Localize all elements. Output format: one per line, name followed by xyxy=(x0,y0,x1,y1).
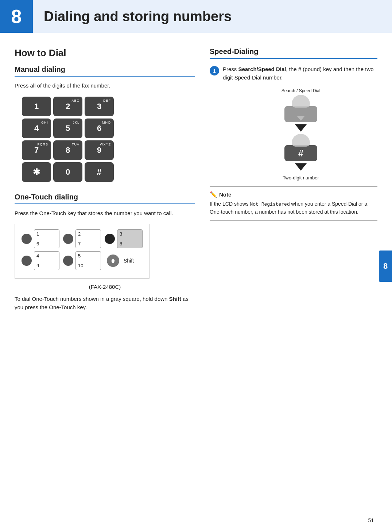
chapter-title: Dialing and storing numbers xyxy=(44,9,232,24)
note-box: ✏️ Note If the LCD shows Not Registered … xyxy=(210,186,377,221)
arrow-down-2 xyxy=(295,163,307,171)
one-touch-footer: To dial One-Touch numbers shown in a gra… xyxy=(15,295,195,311)
one-touch-key-3-8[interactable]: 3 8 xyxy=(117,229,143,248)
right-column: Speed-Dialing 1 Press Search/Speed Dial,… xyxy=(210,47,377,318)
key-5[interactable]: 5 JKL xyxy=(53,119,82,138)
search-speed-label: Search / Speed Dial xyxy=(282,88,321,93)
one-touch-key-2-7[interactable]: 2 7 xyxy=(75,229,101,248)
one-touch-key-4-9[interactable]: 4 9 xyxy=(34,251,59,270)
step-number-1: 1 xyxy=(210,66,219,75)
one-touch-btn-5[interactable] xyxy=(63,256,73,266)
hash-key: # xyxy=(284,145,317,161)
one-touch-dialing-section: One-Touch dialing Press the One-Touch ke… xyxy=(15,193,195,312)
chapter-title-area: Dialing and storing numbers xyxy=(33,0,392,33)
shift-icon xyxy=(110,258,116,264)
one-touch-key-5-10[interactable]: 5 10 xyxy=(75,251,101,270)
hash-symbol: # xyxy=(298,148,303,159)
step-1-text: Press Search/Speed Dial, the # (pound) k… xyxy=(223,65,377,82)
page-header: 8 Dialing and storing numbers xyxy=(0,0,392,33)
manual-dialing-body: Press all of the digits of the fax numbe… xyxy=(15,82,195,90)
note-title: Note xyxy=(219,191,231,198)
numeric-keypad: 1 2 ABC 3 DEF 4 GHI 5 JKL xyxy=(22,97,195,182)
search-speed-dial-bold: Search/Speed Dial xyxy=(238,66,286,72)
shift-emphasis: Shift xyxy=(169,296,181,302)
fax-model-label: (FAX-2480C) xyxy=(15,284,195,290)
key-hash[interactable]: # xyxy=(85,162,114,182)
key-8[interactable]: 8 TUV xyxy=(53,140,82,160)
search-speed-dial-key xyxy=(284,106,317,122)
speed-dialing-heading: Speed-Dialing xyxy=(210,47,377,59)
one-touch-dialing-heading: One-Touch dialing xyxy=(15,193,195,204)
key-4[interactable]: 4 GHI xyxy=(22,119,51,138)
shift-label: Shift xyxy=(124,258,134,264)
left-column: How to Dial Manual dialing Press all of … xyxy=(15,47,195,318)
key-1[interactable]: 1 xyxy=(22,97,51,116)
one-touch-diagram: 1 6 2 7 xyxy=(15,224,150,279)
one-touch-btn-3[interactable] xyxy=(105,234,115,244)
chapter-number: 8 xyxy=(11,5,22,27)
one-touch-row-1: 1 6 2 7 xyxy=(22,229,143,248)
main-content: How to Dial Manual dialing Press all of … xyxy=(0,33,392,333)
manual-dialing-section: Manual dialing Press all of the digits o… xyxy=(15,65,195,182)
not-registered-code: Not Registered xyxy=(250,202,290,207)
note-pencil-icon: ✏️ xyxy=(210,191,217,198)
chapter-number-box: 8 xyxy=(0,0,33,33)
key-9[interactable]: 9 WXYZ xyxy=(85,140,114,160)
key-2[interactable]: 2 ABC xyxy=(53,97,82,116)
shift-button[interactable] xyxy=(107,255,119,267)
speed-dial-diagram: Search / Speed Dial # Two-d xyxy=(224,88,377,180)
one-touch-row-2: 4 9 5 10 xyxy=(22,251,143,270)
manual-dialing-heading: Manual dialing xyxy=(15,65,195,77)
one-touch-dialing-body: Press the One-Touch key that stores the … xyxy=(15,209,195,218)
key-0[interactable]: 0 xyxy=(53,162,82,182)
key-3[interactable]: 3 DEF xyxy=(85,97,114,116)
one-touch-btn-4[interactable] xyxy=(22,256,32,266)
key-star[interactable]: ✱ xyxy=(22,162,51,182)
hash-bold: # xyxy=(298,66,301,72)
speed-dial-step-1: 1 Press Search/Speed Dial, the # (pound)… xyxy=(210,65,377,82)
chapter-tab-number: 8 xyxy=(383,261,388,271)
note-body: If the LCD shows Not Registered when you… xyxy=(210,200,377,216)
one-touch-key-1-6[interactable]: 1 6 xyxy=(34,229,59,248)
finger-press-1 xyxy=(292,95,310,108)
key-6[interactable]: 6 MNO xyxy=(85,119,114,138)
chapter-tab: 8 xyxy=(379,251,392,282)
two-digit-number-label: Two-digit number xyxy=(283,175,319,180)
arrow-down-1 xyxy=(295,124,307,132)
how-to-dial-heading: How to Dial xyxy=(15,47,195,59)
one-touch-btn-2[interactable] xyxy=(63,234,73,244)
svg-marker-0 xyxy=(111,259,115,263)
key-7[interactable]: 7 PQRS xyxy=(22,140,51,160)
finger-press-2 xyxy=(292,134,310,147)
one-touch-btn-1[interactable] xyxy=(22,234,32,244)
page-number: 51 xyxy=(368,517,374,523)
